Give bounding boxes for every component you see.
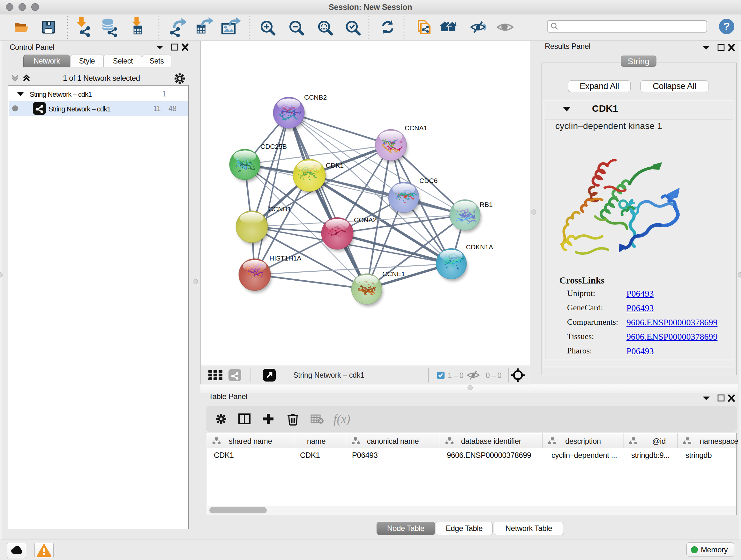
- svg-text:CDC25B: CDC25B: [260, 143, 287, 150]
- svg-text:CCNB2: CCNB2: [304, 94, 327, 101]
- svg-text:f(x): f(x): [333, 412, 350, 426]
- svg-text:?: ?: [724, 20, 730, 32]
- svg-text:CCNA1: CCNA1: [405, 124, 427, 132]
- svg-text:CCNA2: CCNA2: [354, 216, 377, 224]
- svg-text:CDC6: CDC6: [419, 177, 437, 184]
- svg-text:CDKN1A: CDKN1A: [466, 243, 493, 251]
- svg-text:CDK1: CDK1: [326, 162, 344, 169]
- svg-text:CCNB1: CCNB1: [268, 205, 291, 212]
- svg-text:HIST1H1A: HIST1H1A: [269, 254, 301, 262]
- svg-text:CCNE1: CCNE1: [382, 270, 405, 277]
- svg-text:RB1: RB1: [480, 201, 493, 208]
